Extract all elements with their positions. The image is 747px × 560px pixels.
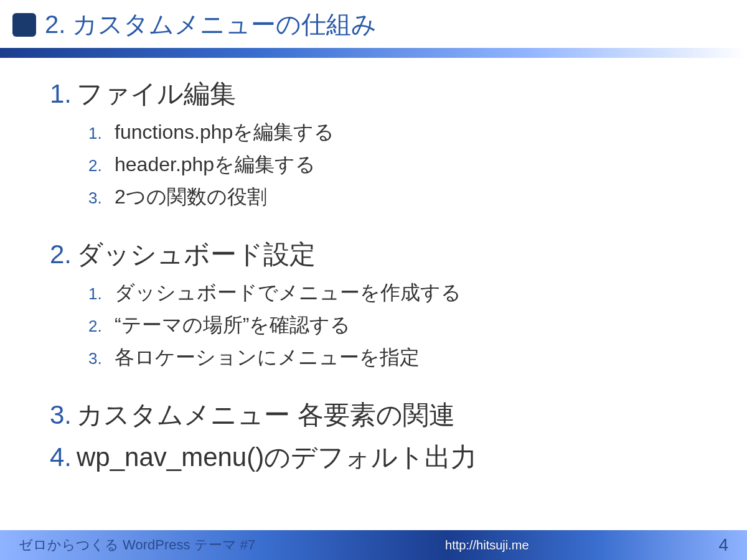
section-title: 3.カスタムメニュー 各要素の関連	[50, 398, 697, 432]
sub-list: 1. functions.phpを編集する 2. header.phpを編集する…	[50, 119, 697, 211]
list-item: 1. functions.phpを編集する	[88, 119, 697, 146]
section-heading: wp_nav_menu()のデフォルト出力	[77, 442, 477, 472]
list-item: 2. header.phpを編集する	[88, 151, 697, 179]
section-4: 4.wp_nav_menu()のデフォルト出力	[50, 440, 697, 475]
list-item: 2. “テーマの場所”を確認する	[88, 312, 697, 339]
section-number: 3.	[50, 400, 72, 429]
item-number: 2.	[88, 317, 115, 336]
item-number: 1.	[88, 124, 115, 143]
footer-left-text: ゼロからつくる WordPress テーマ #7	[19, 536, 255, 554]
list-item: 3. 2つの関数の役割	[88, 184, 697, 211]
sub-list: 1. ダッシュボードでメニューを作成する 2. “テーマの場所”を確認する 3.…	[50, 279, 697, 371]
slide-content: 1.ファイル編集 1. functions.phpを編集する 2. header…	[0, 58, 747, 475]
slide-title: 2. カスタムメニューの仕組み	[45, 7, 377, 42]
section-number: 2.	[50, 240, 72, 269]
section-heading: カスタムメニュー 各要素の関連	[77, 400, 455, 429]
item-number: 2.	[88, 156, 115, 175]
slide-header: 2. カスタムメニューの仕組み	[0, 0, 747, 42]
item-text: 各ロケーションにメニューを指定	[115, 344, 420, 371]
item-number: 1.	[88, 284, 115, 304]
item-number: 3.	[88, 189, 115, 208]
item-text: ダッシュボードでメニューを作成する	[115, 279, 461, 307]
section-title: 4.wp_nav_menu()のデフォルト出力	[50, 440, 697, 475]
section-number: 4.	[50, 442, 72, 472]
footer-url: http://hitsuji.me	[445, 538, 529, 553]
section-heading: ファイル編集	[77, 79, 236, 108]
slide-footer: ゼロからつくる WordPress テーマ #7 http://hitsuji.…	[0, 530, 747, 560]
section-1: 1.ファイル編集 1. functions.phpを編集する 2. header…	[50, 77, 697, 211]
page-number: 4	[718, 535, 728, 555]
section-number: 1.	[50, 79, 72, 108]
item-text: “テーマの場所”を確認する	[115, 312, 350, 339]
section-title: 2.ダッシュボード設定	[50, 237, 697, 272]
section-heading: ダッシュボード設定	[77, 240, 316, 269]
header-divider	[0, 48, 747, 58]
section-3: 3.カスタムメニュー 各要素の関連	[50, 398, 697, 432]
section-2: 2.ダッシュボード設定 1. ダッシュボードでメニューを作成する 2. “テーマ…	[50, 237, 697, 371]
item-text: 2つの関数の役割	[115, 184, 267, 211]
section-title: 1.ファイル編集	[50, 77, 697, 111]
list-item: 1. ダッシュボードでメニューを作成する	[88, 279, 697, 307]
item-text: header.phpを編集する	[115, 151, 316, 179]
item-text: functions.phpを編集する	[115, 119, 334, 146]
title-bullet-icon	[12, 13, 36, 37]
list-item: 3. 各ロケーションにメニューを指定	[88, 344, 697, 371]
item-number: 3.	[88, 349, 115, 368]
